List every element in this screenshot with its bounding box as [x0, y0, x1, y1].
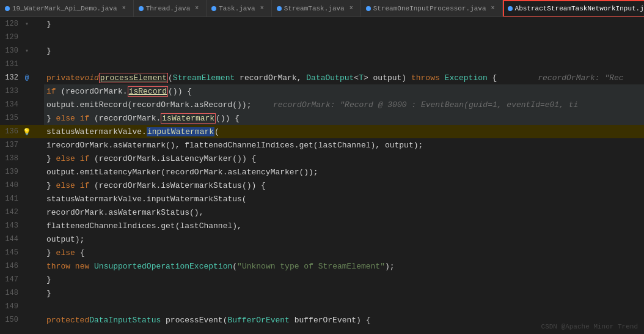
code-line-135: 135 } else if (recordOrMark.isWatermark(… [0, 111, 644, 125]
java-file-icon [277, 6, 282, 11]
code-line-140: 140 } else if (recordOrMark.isWatermarkS… [0, 179, 644, 192]
bulb-icon[interactable]: 💡 [23, 128, 31, 136]
line-number: 148 [0, 286, 22, 300]
tab-19watermark[interactable]: 19_WaterMark_Api_Demo.java × [0, 0, 134, 17]
code-line-138: 138 } else if (recordOrMark.isLatencyMar… [0, 152, 644, 165]
tab-bar: 19_WaterMark_Api_Demo.java × Thread.java… [0, 0, 644, 17]
code-line-147: 147 } [0, 273, 644, 286]
code-content: } [44, 17, 644, 31]
code-line-130: 130 ▾ } [0, 44, 644, 58]
line-number: 145 [0, 246, 22, 259]
code-line-143: 143 flattenedChannelIndices.get(lastChan… [0, 219, 644, 232]
java-file-icon [211, 6, 216, 11]
code-line-133: 133 if (recordOrMark.isRecord()) { [0, 84, 644, 98]
java-file-icon [5, 6, 10, 11]
code-line-141: 141 statusWatermarkValve.inputWatermarkS… [0, 192, 644, 206]
line-number: 134 [0, 98, 22, 111]
code-content: throw new UnsupportedOperationException(… [44, 259, 644, 273]
code-content: } else if (recordOrMark.isLatencyMarker(… [44, 152, 644, 165]
code-content: recordOrMark.asWatermarkStatus(), [44, 206, 644, 219]
tab-close-button[interactable]: × [489, 4, 497, 13]
code-line-136: 136 💡 statusWatermarkValve.inputWatermar… [0, 125, 644, 138]
code-line-131: 131 [0, 58, 644, 71]
line-number: 140 [0, 179, 22, 192]
fold-arrow-icon: ▾ [25, 20, 29, 28]
code-line-149: 149 [0, 300, 644, 313]
line-number: 132 [0, 71, 22, 84]
code-content [44, 58, 644, 71]
code-line-144: 144 output); [0, 232, 644, 246]
tab-label: AbstractStreamTaskNetworkInput.java [515, 5, 644, 12]
code-content: private void processElement(StreamElemen… [44, 71, 644, 84]
code-content: output.emitLatencyMarker(recordOrMark.as… [44, 165, 644, 179]
tab-abstractstream[interactable]: AbstractStreamTaskNetworkInput.java × [503, 0, 644, 17]
code-content: statusWatermarkValve.inputWatermarkStatu… [44, 192, 644, 206]
code-content: statusWatermarkValve.inputWatermark( [44, 125, 644, 138]
line-number: 130 [0, 44, 22, 58]
code-line-148: 148 } [0, 286, 644, 300]
line-number: 131 [0, 58, 22, 71]
tab-label: StreamTask.java [284, 5, 345, 12]
code-content: } else if (recordOrMark.isWatermarkStatu… [44, 179, 644, 192]
tab-close-button[interactable]: × [120, 4, 128, 13]
code-content: output); [44, 232, 644, 246]
tab-close-button[interactable]: × [192, 4, 201, 13]
line-number: 128 [0, 17, 22, 31]
code-line-137: 137 ĭrecordOrMark.asWatermark(), flatten… [0, 138, 644, 152]
line-number: 137 [0, 138, 22, 152]
line-number: 144 [0, 232, 22, 246]
code-content [44, 31, 644, 44]
line-number: 142 [0, 206, 22, 219]
gutter-fold: ▾ [22, 20, 32, 28]
gutter-annotation: @ [22, 74, 32, 81]
tab-task[interactable]: Task.java × [207, 0, 271, 17]
code-content: } else if (recordOrMark.isWatermark()) { [44, 111, 644, 125]
fold-arrow-icon: ▾ [25, 47, 29, 54]
line-number: 139 [0, 165, 22, 179]
code-content: } else { [44, 246, 644, 259]
tab-close-button[interactable]: × [347, 4, 356, 13]
line-number: 147 [0, 273, 22, 286]
code-line-150: 150 protected DataInputStatus processEve… [0, 313, 644, 327]
line-number: 149 [0, 300, 22, 313]
code-line-142: 142 recordOrMark.asWatermarkStatus(), [0, 206, 644, 219]
tab-label: StreamOneInputProcessor.java [373, 5, 486, 12]
tab-streamtask[interactable]: StreamTask.java × [272, 0, 361, 17]
line-number: 138 [0, 152, 22, 165]
tab-label: Task.java [219, 5, 255, 12]
code-line-129: 129 [0, 31, 644, 44]
line-number: 143 [0, 219, 22, 232]
code-content: } [44, 44, 644, 58]
java-file-icon [139, 6, 144, 11]
code-line-128: 128 ▾ } [0, 17, 644, 31]
line-number: 146 [0, 259, 22, 273]
code-content: flattenedChannelIndices.get(lastChannel)… [44, 219, 644, 232]
editor-content: 128 ▾ } 129 130 ▾ [0, 17, 644, 334]
line-number: 133 [0, 84, 22, 98]
code-content: output.emitRecord(recordOrMark.asRecord(… [44, 98, 644, 111]
gutter-bulb[interactable]: 💡 [22, 128, 32, 136]
tab-thread[interactable]: Thread.java × [134, 0, 207, 17]
java-file-icon [508, 6, 513, 11]
editor-window: 19_WaterMark_Api_Demo.java × Thread.java… [0, 0, 644, 334]
line-number: 136 [0, 125, 22, 138]
code-line-134: 134 output.emitRecord(recordOrMark.asRec… [0, 98, 644, 111]
line-number: 129 [0, 31, 22, 44]
code-content: protected DataInputStatus processEvent(B… [44, 313, 644, 327]
code-line-145: 145 } else { [0, 246, 644, 259]
tab-close-button[interactable]: × [258, 4, 266, 13]
line-number: 135 [0, 111, 22, 125]
code-line-146: 146 throw new UnsupportedOperationExcept… [0, 259, 644, 273]
code-line-132: 132 @ private void processElement(Stream… [0, 71, 644, 84]
gutter-fold: ▾ [22, 47, 32, 54]
code-content: ĭrecordOrMark.asWatermark(), flattenedCh… [44, 138, 644, 152]
java-file-icon [366, 6, 371, 11]
tab-label: Thread.java [146, 5, 191, 12]
tab-streamoneinput[interactable]: StreamOneInputProcessor.java × [361, 0, 503, 17]
code-content: } [44, 273, 644, 286]
code-content: } [44, 286, 644, 300]
code-content [44, 300, 644, 313]
code-content: if (recordOrMark.isRecord()) { [44, 84, 644, 98]
annotation-marker: @ [25, 74, 29, 81]
line-number: 150 [0, 313, 22, 327]
